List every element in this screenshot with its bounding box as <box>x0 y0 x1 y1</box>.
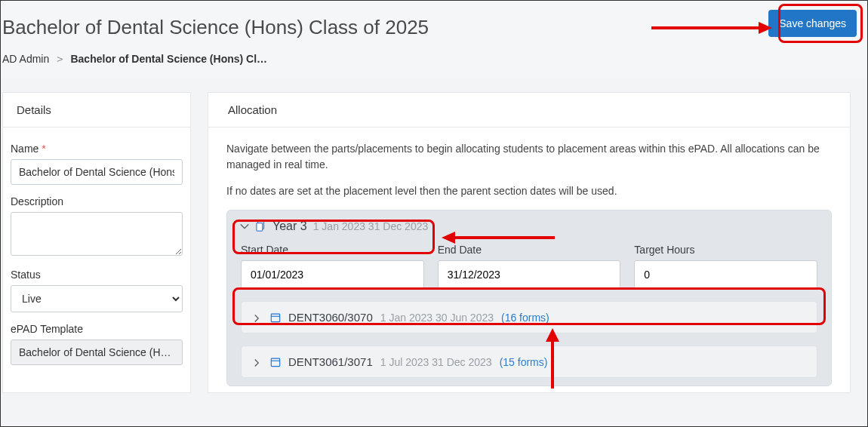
chevron-right-icon <box>252 312 263 323</box>
year-section: Year 3 1 Jan 2023 31 Dec 2023 Start Date… <box>226 210 832 386</box>
template-label: ePAD Template <box>11 323 183 335</box>
breadcrumb-root[interactable]: AD Admin <box>2 53 49 65</box>
target-hours-field[interactable] <box>634 260 817 289</box>
name-field[interactable] <box>11 159 183 185</box>
end-date-field[interactable] <box>438 260 621 289</box>
year-date-range: 1 Jan 2023 31 Dec 2023 <box>313 220 429 232</box>
placement-forms-link[interactable]: (15 forms) <box>500 356 548 368</box>
svg-rect-4 <box>271 358 279 367</box>
status-label: Status <box>11 269 183 281</box>
page-title: Bachelor of Dental Science (Hons) Class … <box>2 16 867 39</box>
placement-forms-link[interactable]: (16 forms) <box>501 312 549 324</box>
svg-rect-2 <box>271 314 279 322</box>
calendar-icon <box>270 312 281 323</box>
copy-icon <box>256 220 266 232</box>
allocation-intro-2: If no dates are set at the placement lev… <box>226 183 832 199</box>
chevron-down-icon <box>239 221 250 232</box>
description-label: Description <box>11 195 183 207</box>
calendar-icon <box>270 357 281 367</box>
placement-dates: 1 Jul 2023 31 Dec 2023 <box>380 356 492 368</box>
year-header[interactable]: Year 3 1 Jan 2023 31 Dec 2023 <box>227 210 831 242</box>
placement-row[interactable]: DENT3060/3070 1 Jan 2023 30 Jun 2023 (16… <box>241 301 817 333</box>
svg-rect-1 <box>257 223 263 232</box>
details-panel-title: Details <box>3 93 190 127</box>
placement-row[interactable]: DENT3061/3071 1 Jul 2023 31 Dec 2023 (15… <box>241 346 817 378</box>
name-label: Name * <box>11 143 183 155</box>
year-name: Year 3 <box>272 220 307 233</box>
template-value[interactable]: Bachelor of Dental Science (Hons) <box>11 339 183 365</box>
chevron-right-icon <box>252 357 263 367</box>
description-field[interactable] <box>11 212 183 256</box>
status-select[interactable]: Live <box>11 285 183 312</box>
placement-name: DENT3061/3071 <box>288 355 373 368</box>
placement-dates: 1 Jan 2023 30 Jun 2023 <box>380 312 494 324</box>
save-changes-button[interactable]: Save changes <box>768 10 857 37</box>
placement-name: DENT3060/3070 <box>288 311 373 324</box>
start-date-label: Start Date <box>241 244 424 256</box>
allocation-panel-title: Allocation <box>208 93 850 127</box>
target-hours-label: Target Hours <box>634 244 817 256</box>
breadcrumb-current: Bachelor of Dental Science (Hons) Cl… <box>70 53 267 65</box>
start-date-field[interactable] <box>241 260 424 289</box>
end-date-label: End Date <box>438 244 621 256</box>
allocation-intro-1: Navigate between the parts/placements to… <box>226 141 832 173</box>
breadcrumb: AD Admin > Bachelor of Dental Science (H… <box>2 53 867 65</box>
allocation-panel: Allocation Navigate between the parts/pl… <box>208 92 851 393</box>
chevron-right-icon: > <box>57 53 63 65</box>
details-panel: Details Name * Description Status Live e… <box>2 92 191 393</box>
